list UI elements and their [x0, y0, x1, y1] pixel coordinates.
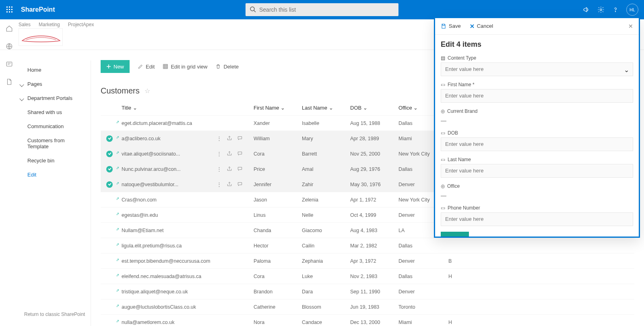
input-last-name[interactable]	[441, 164, 633, 178]
cell-lastname: Cailin	[302, 243, 350, 249]
gear-icon[interactable]	[597, 6, 605, 13]
chevron-down-icon[interactable]: ⌄	[624, 66, 629, 74]
avatar[interactable]: HL	[626, 4, 638, 16]
table-row[interactable]: ⇗eleifend.nec.malesuada@atrisus.caCoraLu…	[101, 269, 634, 284]
cell-lastname: Zephania	[302, 258, 350, 264]
input-dob[interactable]	[441, 137, 633, 151]
checkmark-icon[interactable]	[106, 135, 113, 142]
more-icon[interactable]: ⋮	[217, 166, 222, 172]
save-button[interactable]: Save	[441, 232, 469, 237]
col-lastname[interactable]: Last Name ⌄	[302, 105, 350, 111]
cell-title[interactable]: ⇗augue@luctuslobortisClass.co.uk	[118, 304, 217, 310]
share-icon[interactable]	[227, 181, 232, 187]
more-icon[interactable]: ⋮	[217, 135, 222, 141]
nav-edit[interactable]: Edit	[19, 168, 91, 182]
left-rail	[0, 19, 19, 326]
delete-button[interactable]: Delete	[215, 64, 239, 70]
return-classic-link[interactable]: Return to classic SharePoint	[24, 311, 85, 317]
cell-title[interactable]: ⇗eget.dictum.placerat@mattis.ca	[118, 120, 217, 126]
share-icon[interactable]	[227, 166, 232, 172]
col-dob[interactable]: DOB ⌄	[350, 105, 398, 111]
cell-title[interactable]: ⇗a@aclibero.co.uk	[118, 136, 217, 141]
panel-save-button[interactable]: Save	[441, 23, 461, 29]
cell-title[interactable]: ⇗nulla@ametlorem.co.uk	[118, 320, 217, 325]
col-title[interactable]: Title ⌄	[118, 105, 217, 111]
input-first-name[interactable]	[441, 89, 633, 103]
cell-title[interactable]: ⇗est.tempor.bibendum@neccursusa.com	[118, 258, 217, 264]
megaphone-icon[interactable]	[583, 6, 590, 13]
table-row[interactable]: ⇗ligula.elit.pretium@risus.caHectorCaili…	[101, 238, 634, 253]
cell-title[interactable]: ⇗Cras@non.com	[118, 197, 217, 203]
nav-pages[interactable]: Pages	[19, 77, 91, 91]
help-icon[interactable]	[612, 6, 619, 13]
cell-firstname: Hector	[254, 243, 302, 249]
link-icon: ⇗	[116, 135, 119, 139]
cell-title[interactable]: ⇗ligula.elit.pretium@risus.ca	[118, 243, 217, 249]
nav-customers-from-template[interactable]: Customers from Template	[19, 133, 91, 154]
table-row[interactable]: ⇗augue@luctuslobortisClass.co.ukCatherin…	[101, 299, 634, 315]
globe-icon[interactable]	[6, 43, 13, 50]
cell-title[interactable]: ⇗Nullam@Etiam.net	[118, 228, 217, 233]
svg-rect-14	[6, 62, 12, 66]
search-icon	[250, 6, 256, 12]
table-row[interactable]: ⇗nulla@ametlorem.co.ukNoraCandaceDec 13,…	[101, 315, 634, 326]
label-office: ◎Office	[441, 183, 633, 189]
new-button[interactable]: New	[101, 60, 130, 73]
panel-cancel-button[interactable]: Cancel	[470, 23, 493, 29]
svg-rect-2	[11, 6, 12, 8]
cell-title[interactable]: ⇗Nunc.pulvinar.arcu@con...	[118, 166, 217, 172]
cell-dob: Apr 3, 1972	[350, 258, 398, 264]
svg-line-10	[254, 10, 256, 12]
home-icon[interactable]	[6, 25, 13, 32]
cell-title[interactable]: ⇗eleifend.nec.malesuada@atrisus.ca	[118, 274, 217, 279]
search-input[interactable]	[246, 3, 398, 16]
cell-dob: Apr 28, 1989	[350, 136, 398, 141]
app-launcher-button[interactable]	[0, 0, 19, 19]
more-icon[interactable]: ⋮	[217, 151, 222, 157]
nav-communication[interactable]: Communication	[19, 119, 91, 133]
edit-button[interactable]: Edit	[138, 64, 155, 70]
cell-title[interactable]: ⇗natoque@vestibulumlor...	[118, 182, 217, 187]
text-icon: ▭	[441, 82, 445, 87]
nav-department-portals[interactable]: Department Portals	[19, 91, 91, 105]
nav-shared-with-us[interactable]: Shared with us	[19, 105, 91, 119]
star-icon[interactable]: ☆	[144, 87, 150, 95]
checkmark-icon[interactable]	[106, 166, 113, 172]
share-icon[interactable]	[227, 135, 232, 141]
nav-home[interactable]: Home	[19, 63, 91, 77]
share-icon[interactable]	[227, 151, 232, 157]
svg-rect-6	[6, 11, 8, 12]
edit-grid-button[interactable]: Edit in grid view	[163, 64, 207, 70]
link-icon: ⇗	[116, 150, 119, 155]
product-name[interactable]: SharePoint	[21, 6, 55, 13]
panel-close-button[interactable]: ✕	[628, 23, 633, 29]
input-phone[interactable]	[441, 212, 633, 226]
cell-title[interactable]: ⇗egestas@in.edu	[118, 212, 217, 218]
checkmark-icon[interactable]	[106, 151, 113, 157]
cell-currentbrand: H	[448, 320, 458, 325]
chevron-down-icon: ⌄	[281, 105, 285, 111]
label-content-type: ▤Content Type	[441, 55, 633, 61]
site-tab-projectapex[interactable]: ProjectApex	[68, 19, 94, 27]
comment-icon[interactable]	[237, 151, 243, 157]
checkmark-icon[interactable]	[106, 181, 113, 188]
input-content-type[interactable]	[441, 62, 633, 76]
link-icon: ⇗	[116, 288, 119, 293]
news-icon[interactable]	[6, 60, 13, 68]
site-logo[interactable]	[19, 28, 63, 46]
comment-icon[interactable]	[237, 181, 243, 187]
col-firstname[interactable]: First Name ⌄	[254, 105, 302, 111]
cell-title[interactable]: ⇗tristique.aliquet@neque.co.uk	[118, 289, 217, 295]
site-tab-marketing[interactable]: Marketing	[39, 19, 60, 27]
comment-icon[interactable]	[237, 135, 243, 141]
nav-recycle-bin[interactable]: Recycle bin	[19, 154, 91, 168]
cell-title[interactable]: ⇗vitae.aliquet@sociisnato...	[118, 151, 217, 157]
quick-launch: Home Pages Department Portals Shared wit…	[19, 60, 91, 326]
table-row[interactable]: ⇗est.tempor.bibendum@neccursusa.comPalom…	[101, 253, 634, 269]
more-icon[interactable]: ⋮	[217, 181, 222, 187]
table-row[interactable]: ⇗tristique.aliquet@neque.co.ukBrandonDar…	[101, 284, 634, 299]
panel-save-label: Save	[449, 23, 461, 29]
site-tab-sales[interactable]: Sales	[19, 19, 31, 27]
comment-icon[interactable]	[237, 166, 243, 172]
file-icon[interactable]	[6, 78, 13, 85]
